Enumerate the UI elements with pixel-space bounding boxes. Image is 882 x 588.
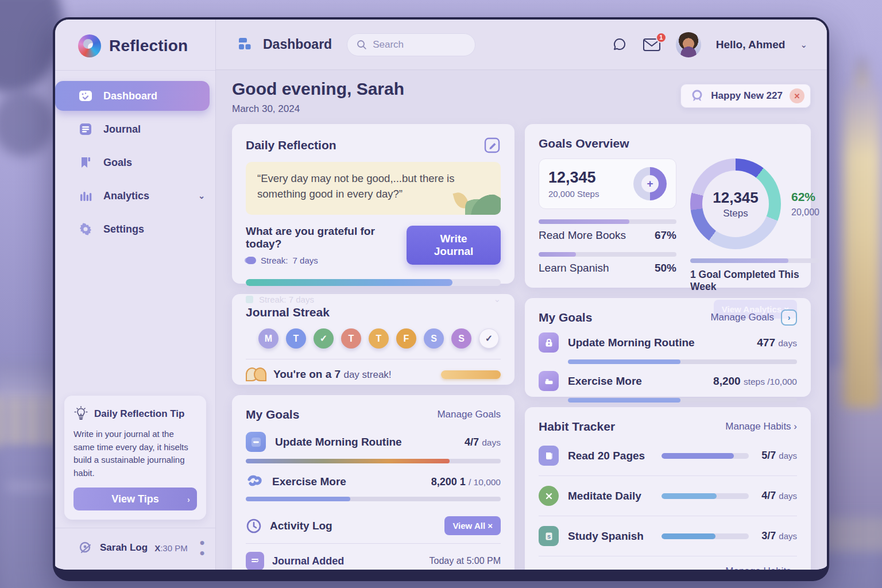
goal-progress-fill: [246, 459, 450, 463]
view-all-button[interactable]: View All ×: [444, 516, 501, 535]
sidebar-footer: Sarah Log X:30 PM ●●: [55, 528, 215, 570]
day-circle[interactable]: F: [396, 328, 416, 349]
card-title: Daily Reflection: [246, 138, 336, 152]
streak-days-row: M T ✓ T T F S S ✓: [258, 328, 501, 349]
edit-journal-icon[interactable]: [483, 137, 501, 154]
mail-icon[interactable]: 1: [643, 37, 661, 52]
manage-habits-link[interactable]: Manage Habits ›: [725, 421, 797, 432]
banner-close-icon[interactable]: ✕: [790, 88, 804, 103]
app-name: Reflection: [109, 37, 188, 55]
habit-row[interactable]: Meditate Daily 4/7 days: [539, 476, 797, 516]
habit-row[interactable]: Read 20 Pages 5/7 days: [539, 436, 797, 476]
goal-progress-fill: [539, 219, 629, 224]
sidebar-item-label: Analytics: [103, 190, 149, 202]
steps-target: 20,000 Steps: [548, 189, 599, 199]
search-box[interactable]: [347, 33, 475, 56]
chevron-right-icon: ›: [187, 494, 190, 504]
day-circle[interactable]: ✓: [314, 328, 334, 349]
streak-progress-track: [246, 279, 501, 286]
habit-progress-track: [662, 453, 749, 459]
activity-log-title: Activity Log: [270, 520, 332, 532]
habit-value-unit: days: [779, 491, 797, 501]
daily-quote: “Every day may not be good,...but there …: [246, 162, 501, 215]
avatar[interactable]: [676, 32, 701, 57]
streak-label: Streak:: [261, 256, 288, 265]
habit-value: 3/7 days: [749, 530, 797, 542]
butterfly-icon: [246, 368, 265, 381]
write-journal-button[interactable]: Write Journal: [407, 226, 501, 265]
manage-goals-link[interactable]: Manage Goals: [437, 409, 501, 420]
habit-name: Read 20 Pages: [568, 450, 645, 462]
goal-name: Read More Books: [539, 229, 626, 242]
day-circle[interactable]: S: [451, 328, 471, 349]
sidebar-item-dashboard[interactable]: Dashboard: [55, 81, 210, 111]
streak-progress-fill: [246, 279, 452, 286]
bar-chart-icon: [78, 188, 93, 203]
dashboard-grid-icon: [237, 36, 254, 53]
exercise-icon: [246, 474, 263, 490]
book-icon: [539, 446, 559, 466]
search-input[interactable]: [373, 39, 453, 51]
mail-badge: 1: [656, 32, 667, 43]
sidebar-item-label: Dashboard: [103, 90, 157, 102]
streak-message-strong: You're on a 7: [273, 368, 341, 380]
sidebar-item-analytics[interactable]: Analytics ⌄: [55, 181, 215, 211]
goal-name: Exercise More: [568, 375, 642, 388]
goal-progress-fill: [568, 359, 680, 364]
goal-name: Learn Spanish: [539, 262, 609, 274]
habit-value-number: 4/7: [761, 490, 776, 501]
manage-goals-link[interactable]: Manage Goals: [710, 312, 774, 323]
tip-title: Daily Reflection Tip: [94, 408, 184, 420]
sidebar-nav: Dashboard Journal Goals Analytics ⌄: [55, 71, 215, 244]
day-circle-check[interactable]: ✓: [479, 328, 499, 349]
chat-icon[interactable]: [612, 37, 628, 53]
app-window: Reflection Dashboard Journal Goals: [53, 17, 829, 581]
habit-row[interactable]: S Study Spanish 3/7 days: [539, 516, 797, 556]
sidebar-item-settings[interactable]: Settings: [55, 214, 215, 244]
gratitude-prompt: What are you grateful for today?: [246, 225, 407, 250]
streak-message: You're on a 7 day streak!: [273, 368, 392, 381]
sidebar-item-label: Settings: [103, 223, 144, 235]
tip-body: Write in your journal at the same time e…: [74, 428, 197, 479]
day-circle[interactable]: M: [258, 328, 278, 349]
manage-goals-chevron-button[interactable]: ›: [781, 310, 797, 326]
activity-entry[interactable]: Journal Added Today at 5:00 PM: [246, 543, 501, 570]
daily-reflection-card: Daily Reflection “Every day may not be g…: [232, 124, 514, 284]
day-circle[interactable]: T: [369, 328, 389, 349]
card-title: Journal Streak: [246, 305, 501, 319]
donut-percent: 62%: [791, 190, 819, 204]
day-circle[interactable]: T: [286, 328, 306, 349]
sidebar-item-journal[interactable]: Journal: [55, 114, 215, 144]
bookmark-icon: [78, 155, 93, 170]
view-tips-button[interactable]: View Tips ›: [74, 488, 197, 510]
my-goals-activity-card: My Goals Manage Goals Update Morning Rou…: [232, 395, 514, 570]
donut-center-value: 12,345: [713, 189, 759, 207]
chevron-down-icon[interactable]: ⌄: [800, 40, 807, 50]
sidebar-item-goals[interactable]: Goals: [55, 148, 215, 177]
spanish-book-icon: S: [539, 526, 559, 546]
goal-progress-track: [539, 252, 676, 257]
manage-habits-link[interactable]: Manage Habits ›: [725, 566, 797, 570]
habit-name: Meditate Daily: [568, 490, 641, 502]
streak-progress-pill: [441, 370, 501, 379]
footer-user-name: Sarah Log: [100, 542, 148, 554]
steps-donut-chart[interactable]: 12,345 Steps: [690, 158, 781, 249]
mini-donut-chart[interactable]: [633, 167, 667, 200]
habit-name: Study Spanish: [568, 530, 644, 543]
footer-time-x: X: [154, 543, 160, 553]
kebab-menu-icon[interactable]: ●●: [199, 537, 205, 558]
background-clock-tower: [843, 86, 881, 408]
footer-time: X:30 PM: [154, 543, 188, 553]
background-silhouette: [0, 86, 57, 161]
day-circle[interactable]: T: [341, 328, 361, 349]
background-city-lights: [827, 517, 882, 551]
activity-time: Today at 5:00 PM: [429, 556, 501, 566]
chevron-down-icon[interactable]: ⌄: [198, 191, 205, 200]
day-circle[interactable]: S: [424, 328, 444, 349]
reflection-logo-icon: [78, 34, 101, 57]
goal-value: 4/7 days: [465, 436, 501, 448]
goal-progress-fill: [539, 252, 576, 257]
goal-progress-track: [539, 219, 676, 224]
dashboard-icon: [78, 88, 93, 103]
main-content: Good evening, Sarah March 30, 2024 Happy…: [216, 70, 827, 570]
